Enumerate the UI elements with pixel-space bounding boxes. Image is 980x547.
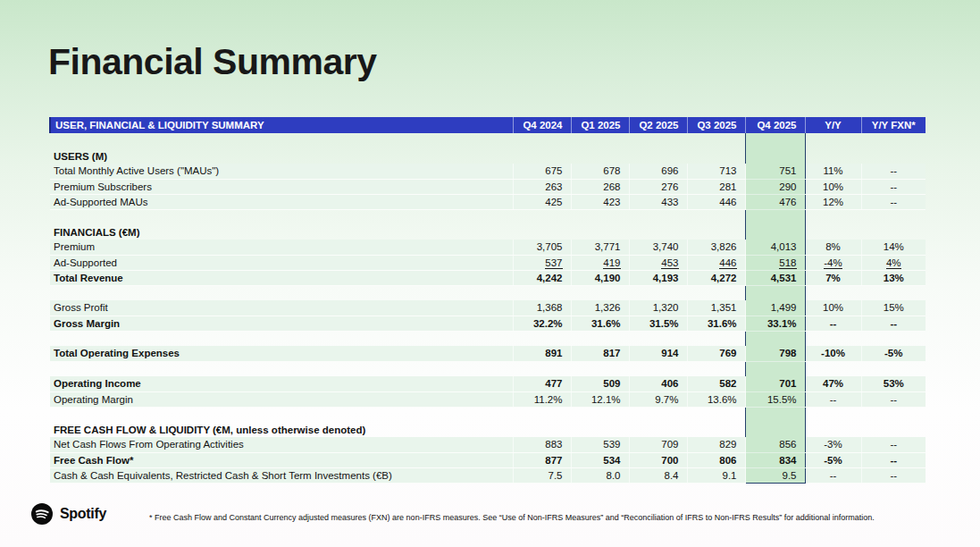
- highlight-cell: [745, 331, 805, 346]
- value-cell: 10%: [805, 300, 861, 316]
- value-cell: 4%: [861, 255, 926, 270]
- value-cell: 4,242: [513, 270, 571, 285]
- value-cell: [571, 407, 629, 422]
- table-row: Premium Subscribers26326827628129010%--: [50, 179, 926, 194]
- value-cell: 47%: [805, 376, 861, 391]
- table-row: Free Cash Flow*877534700806834-5%--: [50, 452, 926, 467]
- value-cell: 829: [687, 437, 745, 452]
- value-cell: [513, 422, 571, 437]
- table-row: Operating Margin11.2%12.1%9.7%13.6%15.5%…: [50, 391, 926, 407]
- table-header-row: USER, FINANCIAL & LIQUIDITY SUMMARY Q4 2…: [50, 117, 926, 133]
- highlight-cell: 9.5: [745, 467, 805, 483]
- value-cell: 7%: [805, 270, 861, 285]
- spacer-row: [50, 331, 926, 346]
- value-cell: 7.5: [513, 467, 571, 483]
- value-cell: 406: [629, 376, 687, 391]
- value-cell: 4,190: [571, 270, 629, 285]
- row-label: Free Cash Flow*: [50, 452, 513, 467]
- value-cell: [687, 148, 745, 164]
- value-cell: 477: [513, 376, 571, 391]
- value-cell: --: [805, 391, 861, 407]
- value-cell: [513, 133, 571, 148]
- value-cell: 32.2%: [513, 316, 571, 331]
- row-label: Ad-Supported: [50, 255, 513, 270]
- value-cell: [805, 331, 861, 346]
- value-cell: [687, 209, 745, 224]
- value-cell: --: [805, 316, 861, 331]
- value-cell: 537: [513, 255, 571, 270]
- spacer-row: [50, 285, 926, 300]
- value-cell: [687, 361, 745, 376]
- value-cell: 446: [687, 194, 745, 209]
- value-cell: 425: [513, 194, 571, 209]
- column-header-q4-2024: Q4 2024: [513, 117, 571, 133]
- row-label: Total Revenue: [50, 270, 513, 285]
- value-cell: 534: [571, 452, 629, 467]
- highlight-cell: 518: [745, 255, 805, 270]
- highlight-cell: [745, 422, 805, 437]
- row-label: Gross Profit: [50, 300, 513, 316]
- row-label: Operating Income: [50, 376, 513, 391]
- value-cell: [687, 133, 745, 148]
- value-cell: [513, 361, 571, 376]
- highlight-cell: [745, 285, 805, 300]
- value-cell: 817: [571, 346, 629, 361]
- table-row: Gross Profit1,3681,3261,3201,3511,49910%…: [50, 300, 926, 316]
- value-cell: [805, 148, 861, 164]
- highlight-cell: 834: [745, 452, 805, 467]
- row-label: Premium: [50, 240, 513, 255]
- value-cell: [629, 148, 687, 164]
- value-cell: 433: [629, 194, 687, 209]
- value-cell: [513, 407, 571, 422]
- column-header-q2-2025: Q2 2025: [629, 117, 687, 133]
- value-cell: 675: [513, 164, 571, 179]
- highlight-cell: 4,013: [745, 240, 805, 255]
- value-cell: --: [805, 467, 861, 483]
- value-cell: -5%: [805, 452, 861, 467]
- value-cell: 31.5%: [629, 316, 687, 331]
- section-row: FINANCIALS (€M): [50, 224, 926, 240]
- value-cell: 3,826: [687, 240, 745, 255]
- value-cell: 31.6%: [571, 316, 629, 331]
- column-header-yoy-fxn: Y/Y FXN*: [861, 117, 926, 133]
- value-cell: 709: [629, 437, 687, 452]
- highlight-cell: 701: [745, 376, 805, 391]
- value-cell: [687, 224, 745, 240]
- value-cell: [571, 133, 629, 148]
- value-cell: [861, 209, 926, 224]
- value-cell: 8%: [805, 240, 861, 255]
- value-cell: 13%: [861, 270, 926, 285]
- table-row: Cash & Cash Equivalents, Restricted Cash…: [50, 467, 926, 483]
- highlight-cell: [745, 224, 805, 240]
- spacer-row: [50, 209, 926, 224]
- value-cell: [861, 407, 926, 422]
- table-row: Net Cash Flows From Operating Activities…: [50, 437, 926, 452]
- value-cell: --: [861, 452, 926, 467]
- section-row: FREE CASH FLOW & LIQUIDITY (€M, unless o…: [50, 422, 926, 437]
- value-cell: [861, 422, 926, 437]
- summary-table: USER, FINANCIAL & LIQUIDITY SUMMARY Q4 2…: [49, 117, 926, 484]
- section-label: FINANCIALS (€M): [50, 224, 513, 240]
- value-cell: 509: [571, 376, 629, 391]
- column-header-q4-2025: Q4 2025: [745, 117, 805, 133]
- value-cell: [513, 285, 571, 300]
- value-cell: [805, 361, 861, 376]
- value-cell: -5%: [861, 346, 926, 361]
- value-cell: 14%: [861, 240, 926, 255]
- page-title: Financial Summary: [48, 41, 376, 83]
- column-header-q1-2025: Q1 2025: [571, 117, 629, 133]
- value-cell: -10%: [805, 346, 861, 361]
- value-cell: [513, 209, 571, 224]
- row-label: Ad-Supported MAUs: [50, 194, 513, 209]
- value-cell: 53%: [861, 376, 926, 391]
- value-cell: [571, 224, 629, 240]
- row-label: Total Monthly Active Users ("MAUs"): [50, 164, 513, 179]
- footnote-text: * Free Cash Flow and Constant Currency a…: [149, 513, 895, 522]
- highlight-cell: 15.5%: [745, 391, 805, 407]
- table-row: Operating Income47750940658270147%53%: [50, 376, 926, 391]
- section-label: FREE CASH FLOW & LIQUIDITY (€M, unless o…: [50, 422, 513, 437]
- value-cell: 419: [571, 255, 629, 270]
- table-body: USERS (M)Total Monthly Active Users ("MA…: [50, 133, 926, 483]
- value-cell: [629, 331, 687, 346]
- highlight-cell: 290: [745, 179, 805, 194]
